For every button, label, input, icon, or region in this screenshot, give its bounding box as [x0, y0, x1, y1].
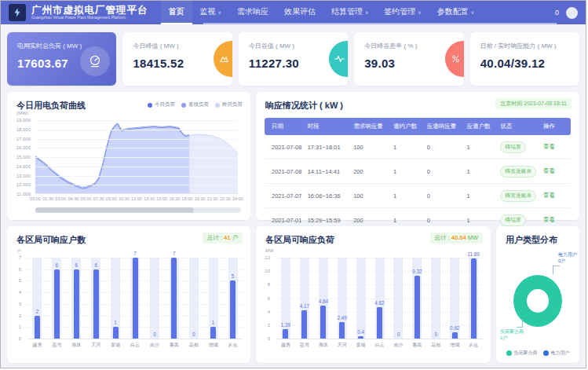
user-type-title: 用户类型分布	[506, 234, 557, 246]
scrollbar-handle[interactable]	[35, 207, 194, 213]
slice-count: 0户	[558, 258, 577, 264]
bar-value: 11.89	[467, 251, 479, 257]
x-tick: 24:00	[228, 196, 247, 201]
bar-黄埔	[113, 327, 119, 339]
chevron-down-icon: ∨	[365, 9, 368, 15]
view-link[interactable]: 查看	[543, 192, 555, 199]
y-tick: 4	[19, 290, 21, 295]
legend-label: 负荷聚合商	[514, 350, 538, 357]
status-badge: 待结算	[500, 214, 525, 226]
x-tick: 黄埔	[106, 342, 126, 349]
bar-y-axis: 121086420	[256, 258, 273, 339]
column-header: 状态	[497, 118, 540, 135]
y-axis: 19,00018,00017,00016,00015,00014,00013,0…	[10, 120, 32, 194]
response-table-panel: 响应情况统计 ( kW ) 北京时间 2021-07-08 18:11 日期时段…	[256, 92, 579, 220]
x-tick: 花都	[426, 342, 445, 349]
legend-label: 基线负荷	[188, 101, 209, 108]
bar-band	[431, 258, 440, 339]
view-link[interactable]: 查看	[543, 143, 555, 150]
bar-白云	[133, 258, 138, 339]
x-tick: 海珠	[314, 342, 333, 349]
x-tick: 增城	[445, 342, 464, 349]
table-cell: 16:06~16:36	[305, 184, 351, 208]
response-table: 日期时段需求响应量邀约户数应邀响应量应邀户数状态操作 2021-07-0817:…	[265, 118, 571, 233]
legend-item-0[interactable]: 今日负荷	[148, 101, 175, 108]
slice-label: 电力用户	[558, 251, 577, 258]
app-titles: 广州市虚拟电厂管理平台 Guangzhou Virtual Power Plan…	[31, 5, 148, 20]
kpi-card-1: 今日峰值 ( MW )18415.52	[122, 32, 232, 86]
bar-从化	[230, 280, 236, 339]
y-tick: 2	[268, 323, 270, 328]
x-tick: 荔湾	[295, 342, 314, 349]
notification-count[interactable]: 0	[555, 9, 559, 16]
area-series-今日负荷	[35, 124, 189, 193]
bar-value: 4.84	[319, 299, 328, 304]
donut-hole	[527, 289, 549, 313]
bar-value: 0	[397, 332, 400, 337]
district-users-title: 各区局可响应户数	[16, 234, 86, 246]
district-load-panel: 各区局可响应负荷 总计 : 40.04 MW MW 121086420 1.39…	[256, 226, 491, 363]
nav-item-4[interactable]: 结算管理∨	[323, 1, 376, 24]
gridline	[35, 148, 238, 148]
kpi-card-2: 今日谷值 ( MW )11227.30	[239, 32, 348, 86]
column-header: 应邀响应量	[424, 118, 464, 135]
view-link[interactable]: 查看	[543, 167, 555, 174]
bar-value: 2.49	[338, 315, 347, 321]
slice-count: 1户	[500, 335, 524, 341]
bar-番禺	[171, 258, 177, 339]
legend-item-1[interactable]: 基线负荷	[181, 101, 209, 108]
bar-value: 9.32	[412, 269, 422, 274]
column-header: 时段	[305, 118, 351, 135]
gauge-icon	[80, 46, 110, 76]
user-avatar[interactable]	[566, 7, 578, 19]
table-cell: 1	[390, 159, 424, 184]
table-row: 2021-07-0817:31~18:01100101待结算查看	[265, 135, 571, 159]
view-link[interactable]: 查看	[543, 216, 555, 223]
nav-item-1[interactable]: 监视∨	[192, 1, 229, 24]
table-cell: 14:11~14:41	[305, 159, 351, 184]
y-tick: 2	[19, 313, 21, 318]
kpi-card-0: 电网实时总负荷 ( MW )17603.67	[7, 32, 116, 86]
chevron-down-icon: ∨	[471, 9, 474, 15]
bar-越秀	[283, 329, 288, 339]
bar-value: 5	[232, 273, 235, 279]
y-tick: 6	[19, 267, 21, 272]
bar-value: 0	[192, 332, 195, 337]
x-tick: 从化	[223, 342, 243, 349]
table-cell: 0	[424, 135, 464, 159]
kpi-label: 日前 / 实时响应能力 ( MW )	[480, 42, 579, 50]
bar-value: 0.92	[450, 325, 459, 331]
bar-天河	[339, 322, 345, 339]
y-tick: 0	[268, 336, 270, 341]
district-users-panel: 各区局可响应户数 总计 : 41 户 户 76543210 2666170701…	[7, 226, 250, 363]
bar-value: 1	[114, 320, 117, 325]
y-tick: 8	[268, 282, 270, 287]
legend-item-aggregator[interactable]: 负荷聚合商	[506, 350, 538, 357]
y-tick: 6	[268, 296, 270, 301]
donut-legend: 负荷聚合商 电力用户	[496, 350, 579, 357]
legend-label: 昨日负荷	[222, 101, 243, 108]
bar-value: 4.17	[300, 303, 309, 309]
table-cell: 100	[350, 135, 390, 159]
legend-item-2[interactable]: 昨日负荷	[215, 101, 243, 108]
bar-越秀	[35, 316, 40, 339]
bar-value: 6	[56, 262, 59, 268]
nav-item-6[interactable]: 参数配置∨	[429, 1, 482, 24]
response-table-title: 响应情况统计 ( kW )	[265, 100, 343, 112]
bar-y-unit: 户	[16, 248, 21, 255]
nav-item-0[interactable]: 首页	[161, 1, 192, 24]
y-tick: 15,000	[16, 155, 31, 159]
nav-item-3[interactable]: 效果评估	[276, 1, 323, 24]
y-axis-unit: (MW)	[16, 111, 28, 115]
lightning-icon	[12, 7, 23, 18]
bar-y-axis: 76543210	[7, 258, 24, 339]
y-tick: 13,000	[16, 174, 31, 178]
chart-scrollbar[interactable]	[35, 207, 241, 213]
nav-item-2[interactable]: 需求响应	[229, 1, 276, 24]
gridline	[35, 185, 238, 185]
y-tick: 14,000	[16, 164, 31, 169]
nav-item-5[interactable]: 签约管理∨	[376, 1, 429, 24]
column-header: 操作	[540, 118, 571, 135]
legend-item-power-user[interactable]: 电力用户	[543, 350, 570, 357]
bottom-row: 各区局可响应户数 总计 : 41 户 户 76543210 2666170701…	[7, 226, 579, 363]
